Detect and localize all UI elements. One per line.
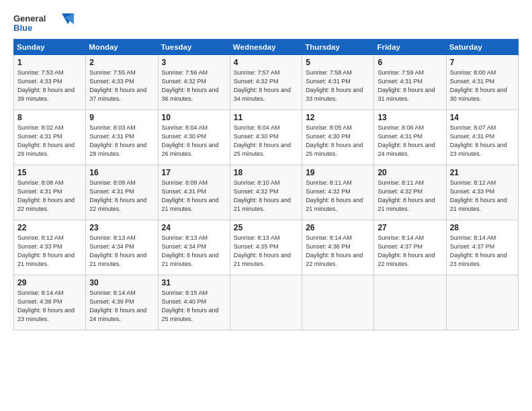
day-number: 2 [89,58,154,67]
day-number: 17 [162,168,226,177]
calendar-cell [374,275,446,330]
svg-text:Blue: Blue [13,23,32,33]
day-info: Sunrise: 8:12 AMSunset: 4:33 PMDaylight:… [17,234,75,267]
day-info: Sunrise: 8:15 AMSunset: 4:40 PMDaylight:… [162,289,219,322]
weekday-thursday: Thursday [302,40,374,55]
day-info: Sunrise: 8:04 AMSunset: 4:30 PMDaylight:… [162,124,219,157]
day-number: 22 [17,223,82,232]
calendar-cell: 13Sunrise: 8:06 AMSunset: 4:31 PMDayligh… [374,110,446,165]
calendar-cell: 27Sunrise: 8:14 AMSunset: 4:37 PMDayligh… [374,220,446,275]
weekday-wednesday: Wednesday [230,40,302,55]
day-info: Sunrise: 7:57 AMSunset: 4:32 PMDaylight:… [234,69,291,102]
day-number: 5 [306,58,370,67]
calendar-cell: 30Sunrise: 8:14 AMSunset: 4:39 PMDayligh… [86,275,158,330]
calendar-cell: 6Sunrise: 7:59 AMSunset: 4:31 PMDaylight… [374,55,446,110]
calendar-cell: 21Sunrise: 8:12 AMSunset: 4:33 PMDayligh… [446,165,518,220]
day-number: 13 [378,113,442,122]
calendar-cell: 28Sunrise: 8:14 AMSunset: 4:37 PMDayligh… [446,220,518,275]
day-info: Sunrise: 8:02 AMSunset: 4:31 PMDaylight:… [17,124,75,157]
calendar-cell: 4Sunrise: 7:57 AMSunset: 4:32 PMDaylight… [230,55,302,110]
calendar-cell: 16Sunrise: 8:09 AMSunset: 4:31 PMDayligh… [86,165,158,220]
calendar-cell: 1Sunrise: 7:53 AMSunset: 4:33 PMDaylight… [14,55,86,110]
day-info: Sunrise: 8:04 AMSunset: 4:30 PMDaylight:… [234,124,291,157]
day-info: Sunrise: 7:55 AMSunset: 4:33 PMDaylight:… [89,69,146,102]
calendar-cell: 24Sunrise: 8:13 AMSunset: 4:34 PMDayligh… [158,220,230,275]
day-number: 11 [234,113,298,122]
day-number: 14 [450,113,515,122]
calendar-cell: 5Sunrise: 7:58 AMSunset: 4:31 PMDaylight… [302,55,374,110]
day-number: 24 [162,223,226,232]
day-info: Sunrise: 8:14 AMSunset: 4:38 PMDaylight:… [17,289,75,322]
day-info: Sunrise: 8:09 AMSunset: 4:31 PMDaylight:… [162,179,219,212]
calendar-cell: 9Sunrise: 8:03 AMSunset: 4:31 PMDaylight… [86,110,158,165]
calendar-cell: 7Sunrise: 8:00 AMSunset: 4:31 PMDaylight… [446,55,518,110]
weekday-friday: Friday [374,40,446,55]
calendar-cell: 25Sunrise: 8:13 AMSunset: 4:35 PMDayligh… [230,220,302,275]
day-info: Sunrise: 7:58 AMSunset: 4:31 PMDaylight:… [306,69,363,102]
day-number: 12 [306,113,370,122]
calendar-cell: 20Sunrise: 8:11 AMSunset: 4:32 PMDayligh… [374,165,446,220]
day-number: 26 [306,223,370,232]
calendar-cell: 31Sunrise: 8:15 AMSunset: 4:40 PMDayligh… [158,275,230,330]
weekday-monday: Monday [86,40,158,55]
calendar-cell: 29Sunrise: 8:14 AMSunset: 4:38 PMDayligh… [14,275,86,330]
svg-text:General: General [13,13,46,24]
calendar-cell: 23Sunrise: 8:13 AMSunset: 4:34 PMDayligh… [86,220,158,275]
day-info: Sunrise: 8:14 AMSunset: 4:37 PMDaylight:… [378,234,435,267]
day-number: 8 [17,113,82,122]
day-info: Sunrise: 7:53 AMSunset: 4:33 PMDaylight:… [17,69,75,102]
day-number: 29 [17,278,82,287]
day-info: Sunrise: 8:11 AMSunset: 4:32 PMDaylight:… [378,179,435,212]
day-info: Sunrise: 8:08 AMSunset: 4:31 PMDaylight:… [17,179,75,212]
calendar-cell: 10Sunrise: 8:04 AMSunset: 4:30 PMDayligh… [158,110,230,165]
day-number: 18 [234,168,298,177]
day-info: Sunrise: 8:14 AMSunset: 4:37 PMDaylight:… [450,234,507,267]
day-info: Sunrise: 7:59 AMSunset: 4:31 PMDaylight:… [378,69,435,102]
day-info: Sunrise: 8:14 AMSunset: 4:36 PMDaylight:… [306,234,363,267]
calendar-cell [446,275,518,330]
day-number: 25 [234,223,298,232]
day-info: Sunrise: 8:10 AMSunset: 4:32 PMDaylight:… [234,179,291,212]
day-number: 3 [162,58,226,67]
day-number: 10 [162,113,226,122]
day-number: 6 [378,58,442,67]
header: General Blue [13,11,519,35]
calendar-page: General Blue SundayMondayTuesdayWednesda… [0,0,532,338]
calendar-week-1: 1Sunrise: 7:53 AMSunset: 4:33 PMDaylight… [14,55,519,110]
day-number: 7 [450,58,515,67]
calendar-cell: 18Sunrise: 8:10 AMSunset: 4:32 PMDayligh… [230,165,302,220]
day-number: 9 [89,113,154,122]
day-number: 27 [378,223,442,232]
day-info: Sunrise: 8:05 AMSunset: 4:30 PMDaylight:… [306,124,363,157]
calendar-cell: 22Sunrise: 8:12 AMSunset: 4:33 PMDayligh… [14,220,86,275]
logo: General Blue [13,11,74,35]
weekday-tuesday: Tuesday [158,40,230,55]
day-info: Sunrise: 8:13 AMSunset: 4:34 PMDaylight:… [89,234,146,267]
day-number: 30 [89,278,154,287]
weekday-sunday: Sunday [14,40,86,55]
day-info: Sunrise: 8:07 AMSunset: 4:31 PMDaylight:… [450,124,507,157]
day-info: Sunrise: 8:03 AMSunset: 4:31 PMDaylight:… [89,124,146,157]
calendar-cell: 12Sunrise: 8:05 AMSunset: 4:30 PMDayligh… [302,110,374,165]
day-info: Sunrise: 8:12 AMSunset: 4:33 PMDaylight:… [450,179,507,212]
calendar-cell: 2Sunrise: 7:55 AMSunset: 4:33 PMDaylight… [86,55,158,110]
calendar-cell: 17Sunrise: 8:09 AMSunset: 4:31 PMDayligh… [158,165,230,220]
day-number: 20 [378,168,442,177]
calendar-week-4: 22Sunrise: 8:12 AMSunset: 4:33 PMDayligh… [14,220,519,275]
calendar-cell: 26Sunrise: 8:14 AMSunset: 4:36 PMDayligh… [302,220,374,275]
day-number: 4 [234,58,298,67]
calendar-cell: 19Sunrise: 8:11 AMSunset: 4:32 PMDayligh… [302,165,374,220]
calendar-cell: 11Sunrise: 8:04 AMSunset: 4:30 PMDayligh… [230,110,302,165]
day-number: 23 [89,223,154,232]
day-number: 21 [450,168,515,177]
calendar-cell [302,275,374,330]
calendar-table: SundayMondayTuesdayWednesdayThursdayFrid… [13,39,519,330]
calendar-cell: 8Sunrise: 8:02 AMSunset: 4:31 PMDaylight… [14,110,86,165]
day-number: 31 [162,278,226,287]
weekday-header-row: SundayMondayTuesdayWednesdayThursdayFrid… [14,40,519,55]
calendar-week-2: 8Sunrise: 8:02 AMSunset: 4:31 PMDaylight… [14,110,519,165]
calendar-body: 1Sunrise: 7:53 AMSunset: 4:33 PMDaylight… [14,55,519,330]
day-info: Sunrise: 8:14 AMSunset: 4:39 PMDaylight:… [89,289,146,322]
logo-icon: General Blue [13,11,74,35]
day-number: 28 [450,223,515,232]
